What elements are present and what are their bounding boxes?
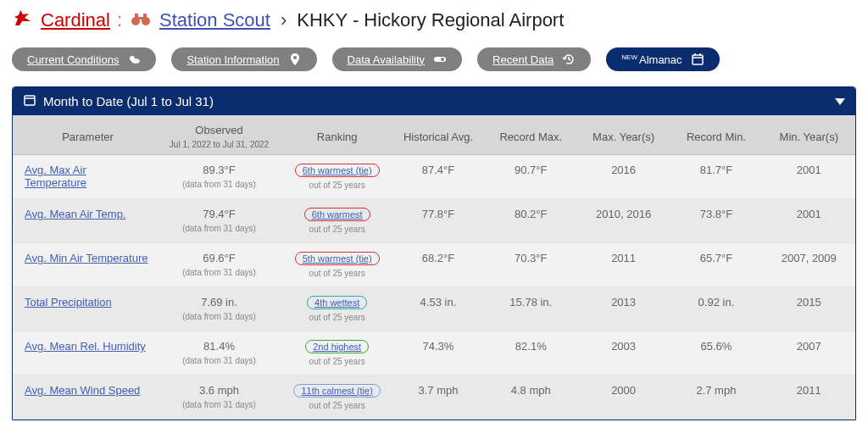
parameter-link[interactable]: Avg. Max Air Temperature [25, 164, 86, 189]
colon-text: : [117, 9, 122, 31]
max-year-cell: 2003 [577, 331, 670, 375]
historical-avg-cell: 74.3% [392, 331, 484, 375]
col-min-years: Min. Year(s) [763, 115, 855, 155]
cardinal-link[interactable]: Cardinal [41, 9, 110, 31]
max-year-cell: 2010, 2016 [577, 199, 670, 243]
station-title: KHKY - Hickory Regional Airport [297, 9, 564, 31]
svg-rect-2 [135, 14, 138, 19]
observed-cell: 7.69 in.(data from 31 days) [156, 287, 282, 331]
table-row: Avg. Mean Wind Speed3.6 mph(data from 31… [13, 375, 855, 420]
col-historical-avg: Historical Avg. [392, 115, 484, 155]
tab-label: Almanac [639, 53, 682, 66]
min-year-cell: 2007 [763, 331, 855, 375]
ranking-pill[interactable]: 5th warmest (tie) [295, 252, 380, 265]
parameter-link[interactable]: Avg. Mean Wind Speed [25, 384, 140, 397]
ranking-pill[interactable]: 6th warmest (tie) [295, 164, 380, 177]
tab-current-conditions[interactable]: Current Conditions [12, 47, 156, 71]
record-max-cell: 90.7°F [485, 155, 577, 199]
svg-point-7 [293, 56, 297, 59]
observed-cell: 69.6°F(data from 31 days) [156, 243, 282, 287]
observed-cell: 79.4°F(data from 31 days) [156, 199, 282, 243]
table-row: Total Precipitation7.69 in.(data from 31… [13, 287, 855, 331]
record-max-cell: 80.2°F [485, 199, 577, 243]
parameter-link[interactable]: Total Precipitation [25, 296, 112, 308]
ranking-pill[interactable]: 2nd highest [305, 340, 369, 353]
observed-cell: 89.3°F(data from 31 days) [156, 155, 282, 199]
ranking-cell: 5th warmest (tie)out of 25 years [282, 243, 392, 287]
historical-avg-cell: 4.53 in. [392, 287, 484, 331]
max-year-cell: 2013 [577, 287, 670, 331]
ranking-cell: 2nd highestout of 25 years [282, 331, 392, 375]
panel-title: Month to Date (Jul 1 to Jul 31) [43, 94, 214, 108]
col-observed: ObservedJul 1, 2022 to Jul 31, 2022 [156, 115, 282, 155]
record-min-cell: 65.7°F [670, 243, 762, 287]
svg-point-6 [131, 58, 140, 64]
record-max-cell: 15.78 in. [485, 287, 577, 331]
max-year-cell: 2016 [577, 155, 670, 199]
tab-label: Station Information [186, 53, 279, 66]
col-max-years: Max. Year(s) [577, 115, 670, 155]
parameter-link[interactable]: Avg. Min Air Temperature [25, 252, 147, 264]
tab-data-availability[interactable]: Data Availability [332, 47, 463, 71]
svg-rect-3 [143, 14, 147, 19]
ranking-cell: 4th wettestout of 25 years [282, 287, 392, 331]
table-header-row: Parameter ObservedJul 1, 2022 to Jul 31,… [13, 115, 855, 155]
table-row: Avg. Max Air Temperature89.3°F(data from… [13, 155, 855, 199]
ranking-pill[interactable]: 4th wettest [307, 296, 367, 309]
col-parameter: Parameter [13, 115, 156, 155]
ranking-pill[interactable]: 6th warmest [304, 208, 370, 221]
history-icon [562, 53, 576, 66]
collapse-icon[interactable] [835, 98, 845, 105]
col-record-min: Record Min. [670, 115, 762, 155]
page-breadcrumb: Cardinal: Station Scout › KHKY - Hickory… [12, 8, 856, 32]
calendar-icon [691, 53, 704, 66]
col-ranking: Ranking [282, 115, 392, 155]
calendar-icon [23, 93, 36, 109]
toggle-icon [433, 53, 447, 66]
svg-rect-10 [693, 55, 703, 64]
min-year-cell: 2015 [763, 287, 855, 331]
min-year-cell: 2011 [763, 375, 855, 420]
max-year-cell: 2011 [577, 243, 670, 287]
min-year-cell: 2001 [763, 155, 855, 199]
col-record-max: Record Max. [485, 115, 577, 155]
almanac-panel: Month to Date (Jul 1 to Jul 31) Paramete… [12, 86, 856, 420]
map-pin-icon [288, 53, 302, 66]
record-max-cell: 70.3°F [485, 243, 577, 287]
station-scout-link[interactable]: Station Scout [159, 9, 270, 31]
parameter-link[interactable]: Avg. Mean Air Temp. [25, 208, 125, 220]
table-row: Avg. Min Air Temperature69.6°F(data from… [13, 243, 855, 287]
ranking-cell: 11th calmest (tie)out of 25 years [282, 375, 392, 420]
tab-station-information[interactable]: Station Information [171, 47, 316, 71]
record-min-cell: 73.8°F [670, 199, 762, 243]
min-year-cell: 2007, 2009 [763, 243, 855, 287]
tab-label: Data Availability [348, 53, 426, 66]
almanac-table: Parameter ObservedJul 1, 2022 to Jul 31,… [13, 115, 855, 420]
panel-header[interactable]: Month to Date (Jul 1 to Jul 31) [13, 87, 855, 115]
parameter-link[interactable]: Avg. Mean Rel. Humidity [25, 340, 146, 353]
observed-cell: 3.6 mph(data from 31 days) [156, 375, 282, 420]
record-max-cell: 82.1% [485, 331, 577, 375]
historical-avg-cell: 3.7 mph [392, 375, 484, 420]
sun-cloud-icon [127, 53, 141, 66]
ranking-cell: 6th warmest (tie)out of 25 years [282, 155, 392, 199]
tab-label: Current Conditions [27, 53, 119, 66]
tab-almanac[interactable]: NEWAlmanac [606, 47, 719, 71]
new-badge: NEW [621, 53, 637, 61]
ranking-pill[interactable]: 11th calmest (tie) [293, 384, 380, 397]
historical-avg-cell: 68.2°F [392, 243, 484, 287]
table-row: Avg. Mean Air Temp.79.4°F(data from 31 d… [13, 199, 855, 243]
record-max-cell: 4.8 mph [485, 375, 577, 420]
table-row: Avg. Mean Rel. Humidity81.4%(data from 3… [13, 331, 855, 375]
svg-point-9 [441, 58, 444, 61]
svg-rect-4 [138, 17, 143, 19]
record-min-cell: 0.92 in. [670, 287, 762, 331]
chevron-right-icon: › [281, 9, 287, 31]
tab-recent-data[interactable]: Recent Data [477, 47, 591, 71]
record-min-cell: 81.7°F [670, 155, 762, 199]
tab-label: Recent Data [492, 53, 554, 66]
min-year-cell: 2001 [763, 199, 855, 243]
tab-bar: Current Conditions Station Information D… [12, 44, 856, 71]
max-year-cell: 2000 [577, 375, 670, 420]
observed-cell: 81.4%(data from 31 days) [156, 331, 282, 375]
